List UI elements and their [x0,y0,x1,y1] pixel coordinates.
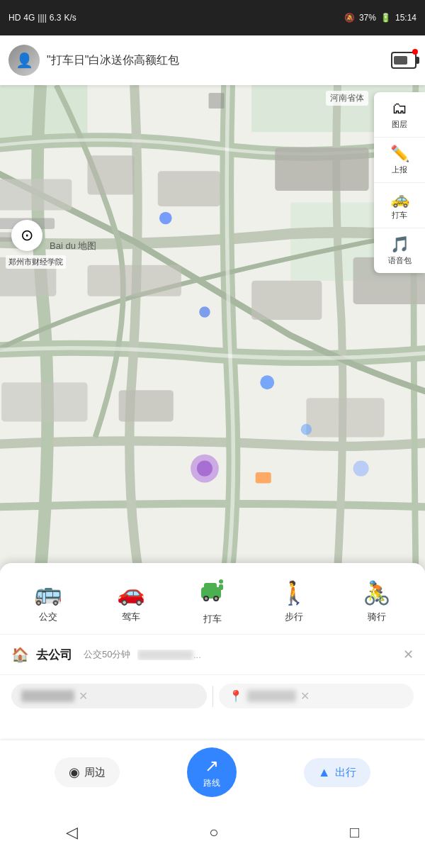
route-button[interactable]: ↗ 路线 [187,747,237,797]
svg-point-15 [159,212,172,225]
layers-button[interactable]: 🗂 图层 [374,92,425,138]
bus-label: 公交 [39,611,57,623]
home-button[interactable]: ○ [202,816,225,849]
hd-icon: HD [8,13,21,23]
travel-label: 出行 [335,766,356,779]
baidu-logo: Bai du 地图 [50,240,96,252]
signal-icon: 4G [23,13,35,23]
route-info: 🏠 去公司 公交50分钟 ■■■■■■■■■■... ✕ [0,635,425,675]
promotion-text: "打车日"白冰送你高额红包 [47,54,179,66]
map-background: 河南省体 [0,85,425,570]
province-label: 河南省体 [326,91,368,106]
home-icon: 🏠 [11,646,29,663]
taxi-button[interactable]: 🚕 打车 [374,183,425,228]
school-label: 郑州市财经学院 [6,255,66,269]
start-clear-button[interactable]: ✕ [79,689,88,703]
bus-icon: 🚌 [34,579,62,606]
svg-point-32 [219,579,223,584]
battery-alert [412,49,418,55]
taxi-icon: 🚕 [390,190,409,208]
voice-button[interactable]: 🎵 语音包 [374,228,425,273]
input-divider [212,686,213,707]
svg-rect-10 [251,281,322,320]
signal-bars: |||| [38,13,46,23]
svg-point-16 [199,306,210,317]
route-label: 路线 [203,777,220,789]
route-close-button[interactable]: ✕ [403,647,414,662]
search-text[interactable]: "打车日"白冰送你高额红包 [47,53,377,68]
right-panel: 🗂 图层 ✏️ 上报 🚕 打车 🎵 语音包 [374,92,425,273]
nearby-button[interactable]: ◉ 周边 [55,757,120,787]
bike-icon: 🚴 [363,579,391,606]
svg-rect-27 [204,583,217,590]
input-row: ■■兑系品金词 ✕ 📍 橡■■■■■■■■ ✕ [0,675,425,717]
svg-rect-5 [87,155,134,194]
transport-bus[interactable]: 🚌 公交 [34,579,62,623]
transport-bike[interactable]: 🚴 骑行 [363,579,391,623]
svg-rect-13 [119,390,174,421]
route-destination: 去公司 [36,647,72,663]
transport-row: 🚌 公交 🚗 驾车 打车 [0,563,425,635]
phone-nav: ◁ ○ □ [0,804,425,868]
bottom-nav: ◉ 周边 ↗ 路线 ▲ 出行 [0,740,425,804]
taxi-mode-label: 打车 [203,613,222,625]
map-roads [0,85,425,570]
svg-point-30 [205,597,208,600]
travel-button[interactable]: ▲ 出行 [304,758,370,787]
svg-point-21 [197,461,212,477]
svg-rect-23 [208,93,224,108]
transport-taxi[interactable]: 打车 [200,577,225,625]
drive-label: 驾车 [122,611,140,623]
svg-rect-7 [275,148,368,191]
svg-rect-9 [87,265,181,296]
avatar[interactable]: 👤 [8,45,40,76]
location-icon: ⊙ [21,226,33,245]
route-duration: 公交50分钟 [84,648,130,661]
route-icon: ↗ [205,756,219,776]
location-button[interactable]: ⊙ [11,220,42,251]
svg-rect-6 [158,171,220,206]
report-button[interactable]: ✏️ 上报 [374,138,425,183]
recent-button[interactable]: □ [343,816,366,849]
battery-percent: 37% [359,13,376,23]
battery-widget [384,52,416,69]
taxi-mode-icon [200,577,225,608]
status-left: HD 4G |||| 6.3 K/s [8,13,76,23]
avatar-image: 👤 [8,45,40,76]
status-bar: HD 4G |||| 6.3 K/s 🔕 37% 🔋 15:14 [0,0,425,35]
layers-label: 图层 [392,119,407,130]
report-icon: ✏️ [390,145,409,163]
route-address: ■■■■■■■■■■... [137,650,399,660]
transport-walk[interactable]: 🚶 步行 [280,579,308,623]
battery-display [391,52,416,69]
end-clear-button[interactable]: ✕ [300,689,310,703]
taxi-svg [200,577,225,603]
speed-text: 6.3 [50,13,62,23]
svg-rect-33 [219,584,223,590]
speed-unit: K/s [64,13,76,23]
back-button[interactable]: ◁ [59,816,85,849]
start-input[interactable]: ■■兑系品金词 ✕ [11,684,207,708]
nearby-label: 周边 [84,766,106,779]
battery-icon: 🔋 [380,13,391,23]
layers-icon: 🗂 [392,99,407,118]
walk-icon: 🚶 [280,579,308,606]
taxi-label: 打车 [392,210,407,221]
location-pin-icon: 📍 [229,689,243,703]
svg-rect-4 [0,179,72,210]
svg-point-19 [353,461,369,477]
svg-point-17 [260,375,274,389]
transport-drive[interactable]: 🚗 驾车 [117,579,145,623]
end-input[interactable]: 📍 橡■■■■■■■■ ✕ [219,684,414,708]
travel-icon: ▲ [318,765,331,780]
map-area[interactable]: 河南省体 ⊙ Bai du 地图 郑州市财经学院 [0,85,425,570]
svg-point-31 [215,597,217,600]
report-label: 上报 [392,165,407,175]
search-bar[interactable]: 👤 "打车日"白冰送你高额红包 [0,35,425,85]
svg-rect-14 [306,398,384,437]
mute-icon: 🔕 [344,13,355,23]
time-text: 15:14 [395,13,416,23]
status-right: 🔕 37% 🔋 15:14 [344,13,416,23]
walk-label: 步行 [285,611,303,623]
drive-icon: 🚗 [117,579,145,606]
